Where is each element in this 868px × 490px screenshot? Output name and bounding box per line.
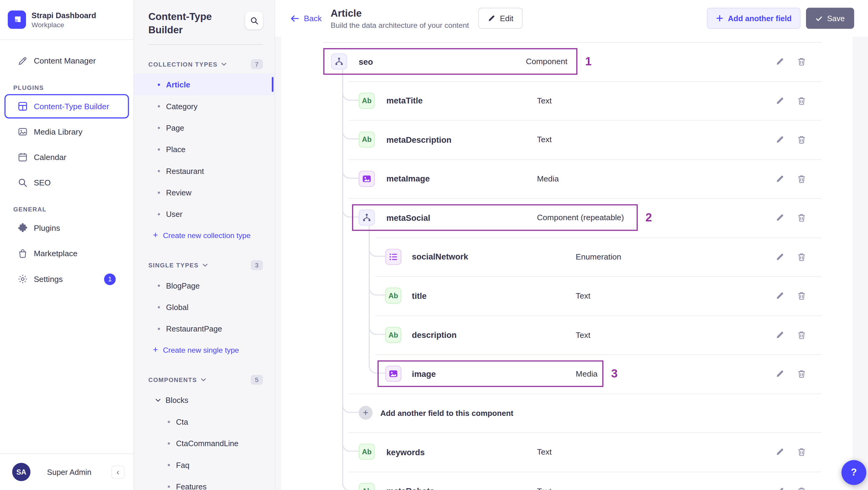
avatar[interactable]: SA xyxy=(12,463,30,481)
subnav-item-restaurantpage[interactable]: RestaurantPage xyxy=(134,318,275,339)
delete-field-button[interactable] xyxy=(795,328,809,342)
subnav-item-faq[interactable]: Faq xyxy=(134,454,275,476)
bullet-icon xyxy=(158,328,160,330)
edit-field-button[interactable] xyxy=(773,367,787,381)
field-type: Text xyxy=(537,471,552,490)
image-icon xyxy=(18,127,28,137)
edit-field-button[interactable] xyxy=(773,484,787,490)
strapi-app: Strapi Dashboard Workplace Content Manag… xyxy=(0,0,868,490)
save-button[interactable]: Save xyxy=(806,8,854,29)
edit-field-button[interactable] xyxy=(773,55,787,69)
tree-connector xyxy=(369,296,385,335)
edit-field-button[interactable] xyxy=(773,328,787,342)
subnav-item-label: Article xyxy=(166,80,190,89)
group-toggle-single-types[interactable]: SINGLE TYPES xyxy=(149,262,199,269)
sidebar-item-content-manager[interactable]: Content Manager xyxy=(4,49,129,73)
component-category-blocks[interactable]: Blocks xyxy=(134,389,275,411)
sidebar-item-media-library[interactable]: Media Library xyxy=(4,120,129,144)
sidebar-item-label: Plugins xyxy=(34,223,60,232)
tree-connector xyxy=(342,140,359,179)
page-subtitle: Build the data architecture of your cont… xyxy=(331,21,469,29)
subnav-item-page[interactable]: Page xyxy=(134,117,275,138)
field-row-title: AbtitleText xyxy=(281,276,852,315)
delete-field-button[interactable] xyxy=(795,172,809,186)
field-type: Component xyxy=(526,42,567,81)
edit-field-button[interactable] xyxy=(773,288,787,303)
delete-field-button[interactable] xyxy=(795,55,809,69)
edit-field-button[interactable] xyxy=(773,249,787,264)
subnav-item-label: Global xyxy=(166,303,188,311)
sidebar-item-plugins[interactable]: Plugins xyxy=(4,216,129,241)
text-field-type-icon: Ab xyxy=(359,483,375,490)
plus-icon: + xyxy=(153,230,158,240)
group-toggle-collection-types[interactable]: COLLECTION TYPES xyxy=(149,61,218,67)
bullet-icon xyxy=(168,464,170,466)
subnav-item-review[interactable]: Review xyxy=(134,182,275,203)
subnav-item-user[interactable]: User xyxy=(134,203,275,225)
subnav-item-ctacommandline[interactable]: CtaCommandLine xyxy=(134,432,275,454)
subnav-groups: COLLECTION TYPES7ArticleCategoryPagePlac… xyxy=(134,57,275,490)
sidebar-item-marketplace[interactable]: Marketplace xyxy=(4,241,129,266)
strapi-logo-icon[interactable] xyxy=(8,10,26,29)
delete-field-button[interactable] xyxy=(795,249,809,264)
text-field-type-icon: Ab xyxy=(385,288,401,304)
back-button[interactable]: Back xyxy=(290,13,322,23)
field-row-socialnetwork: socialNetworkEnumeration xyxy=(281,237,852,276)
delete-field-button[interactable] xyxy=(795,93,809,108)
subnav-item-article[interactable]: Article xyxy=(134,73,275,95)
sidebar-item-calendar[interactable]: Calendar xyxy=(4,145,129,170)
add-field-to-component-button[interactable]: +Add another field to this component xyxy=(359,393,513,432)
sidebar-item-content-type-builder[interactable]: Content-Type Builder xyxy=(4,94,129,119)
sidebar-item-seo[interactable]: SEO xyxy=(4,171,129,195)
add-another-field-button[interactable]: Add another field xyxy=(707,8,801,29)
search-button[interactable] xyxy=(245,11,263,29)
subnav-item-cta[interactable]: Cta xyxy=(134,411,275,432)
edit-field-button[interactable] xyxy=(773,445,787,459)
subnav-item-label: RestaurantPage xyxy=(166,324,222,333)
subnav-item-restaurant[interactable]: Restaurant xyxy=(134,160,275,182)
enum-field-type-icon xyxy=(385,249,401,265)
edit-field-button[interactable] xyxy=(773,93,787,108)
subnav-item-label: Category xyxy=(166,102,197,111)
divider xyxy=(149,44,263,45)
delete-field-button[interactable] xyxy=(795,288,809,303)
subnav-item-blogpage[interactable]: BlogPage xyxy=(134,275,275,296)
sidebar-item-settings[interactable]: Settings1 xyxy=(4,267,129,291)
group-header-single-types: SINGLE TYPES3 xyxy=(149,258,263,273)
sidebar-item-label: Content-Type Builder xyxy=(34,102,109,111)
help-button[interactable]: ? xyxy=(841,460,866,485)
edit-field-button[interactable] xyxy=(773,211,787,225)
sidebar-item-label: Marketplace xyxy=(34,249,78,258)
subnav-item-category[interactable]: Category xyxy=(134,95,275,117)
action-label: Create new single type xyxy=(163,346,239,354)
edit-field-button[interactable] xyxy=(773,172,787,186)
collapse-sidebar-button[interactable]: ‹ xyxy=(111,465,125,479)
delete-field-button[interactable] xyxy=(795,211,809,225)
edit-field-button[interactable] xyxy=(773,132,787,147)
subnav-item-features[interactable]: Features xyxy=(134,476,275,490)
delete-field-button[interactable] xyxy=(795,132,809,147)
bullet-icon xyxy=(158,191,160,193)
field-row-image: imageMedia3 xyxy=(281,354,852,393)
field-name: image xyxy=(412,354,436,393)
sidebar-sections: PLUGINSContent-Type BuilderMedia Library… xyxy=(0,84,133,291)
arrow-left-icon xyxy=(290,13,300,23)
sidebar-body: Content Manager PLUGINSContent-Type Buil… xyxy=(0,40,133,453)
subnav-item-place[interactable]: Place xyxy=(134,139,275,160)
text-field-type-icon: Ab xyxy=(385,327,401,343)
delete-field-button[interactable] xyxy=(795,484,809,490)
subnav-item-label: User xyxy=(166,210,182,218)
edit-button[interactable]: Edit xyxy=(478,8,523,29)
subnav-item-label: Features xyxy=(176,482,207,490)
subnav-item-global[interactable]: Global xyxy=(134,296,275,317)
create-new-single-type-link[interactable]: +Create new single type xyxy=(134,339,275,361)
gear-icon xyxy=(18,274,28,284)
tree-connector xyxy=(342,452,359,490)
field-name: metaSocial xyxy=(386,198,430,237)
delete-field-button[interactable] xyxy=(795,445,809,459)
group-toggle-components[interactable]: COMPONENTS xyxy=(149,376,197,383)
create-new-collection-type-link[interactable]: +Create new collection type xyxy=(134,225,275,246)
field-row-metarobots: AbmetaRobotsText xyxy=(281,471,852,490)
row-divider xyxy=(375,354,822,355)
delete-field-button[interactable] xyxy=(795,367,809,381)
